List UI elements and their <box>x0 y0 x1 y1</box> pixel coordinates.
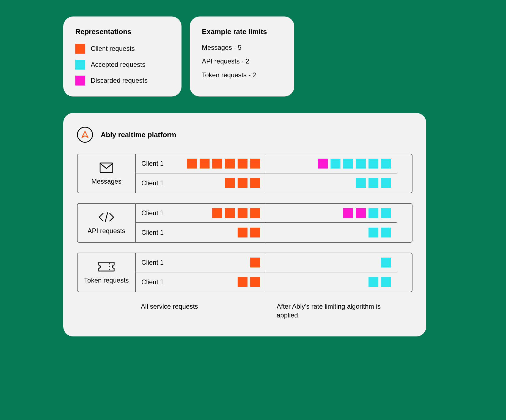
limit-value: 2 <box>252 71 256 79</box>
row-after <box>266 154 397 173</box>
envelope-icon <box>100 162 113 174</box>
limit-value: 5 <box>238 44 241 51</box>
client-label: Client 1 <box>141 209 164 217</box>
request-square <box>212 208 222 218</box>
section-token-requests: Token requestsClient 1Client 1 <box>77 253 413 292</box>
row-after <box>266 204 397 223</box>
squares-before <box>166 208 260 218</box>
platform-card: Ably realtime platform MessagesClient 1C… <box>63 113 426 336</box>
section-label-cell: API requests <box>78 204 136 242</box>
request-square <box>381 159 391 168</box>
request-square <box>381 208 391 218</box>
squares-before <box>166 277 260 287</box>
request-square <box>318 159 328 168</box>
representations-card: Representations Client requestsAccepted … <box>63 16 182 96</box>
request-square <box>225 208 235 218</box>
request-square <box>381 277 391 287</box>
request-square <box>369 178 378 188</box>
legend-swatch <box>75 44 85 54</box>
section-api-requests: API requestsClient 1Client 1 <box>77 203 413 243</box>
request-square <box>356 178 366 188</box>
row-after <box>266 173 397 193</box>
caption-after: After Ably’s rate limiting algorithm is … <box>266 302 396 320</box>
captions-row: All service requests After Ably’s rate l… <box>77 302 413 320</box>
section-name: Messages <box>91 178 121 185</box>
request-square <box>250 178 260 188</box>
limit-label: Token requests <box>202 71 247 79</box>
squares-before <box>166 228 260 237</box>
squares-before <box>166 159 260 168</box>
limit-value: 2 <box>246 57 249 65</box>
request-square <box>369 277 378 287</box>
request-square <box>238 228 248 237</box>
request-square <box>238 178 248 188</box>
client-label: Client 1 <box>141 278 164 286</box>
row-before: Client 1 <box>136 173 266 193</box>
limit-item: Token requests - 2 <box>202 71 282 79</box>
row-before: Client 1 <box>136 154 266 173</box>
squares-after <box>272 228 391 237</box>
legend-item: Accepted requests <box>75 60 169 70</box>
caption-before: All service requests <box>135 302 266 320</box>
legend-item: Discarded requests <box>75 76 169 85</box>
request-square <box>250 277 260 287</box>
request-square <box>381 258 391 267</box>
client-label: Client 1 <box>141 259 164 266</box>
request-square <box>187 159 197 168</box>
squares-after <box>272 159 391 168</box>
legend-item: Client requests <box>75 44 169 54</box>
rate-limits-card: Example rate limits Messages - 5API requ… <box>190 16 294 96</box>
request-square <box>356 208 366 218</box>
row-after <box>266 272 397 292</box>
client-label: Client 1 <box>141 160 164 167</box>
row-before: Client 1 <box>136 272 266 292</box>
request-square <box>225 178 235 188</box>
limit-label: API requests <box>202 57 240 65</box>
section-label-cell: Token requests <box>78 253 136 292</box>
section-label-cell: Messages <box>78 154 136 193</box>
legend-label: Discarded requests <box>91 77 148 84</box>
request-square <box>369 228 378 237</box>
top-cards-row: Representations Client requestsAccepted … <box>63 16 506 96</box>
request-square <box>343 159 353 168</box>
code-icon <box>98 211 115 223</box>
squares-before <box>166 258 260 267</box>
legend-swatch <box>75 60 85 70</box>
request-square <box>250 258 260 267</box>
row-after <box>266 253 397 272</box>
request-square <box>250 208 260 218</box>
request-square <box>250 228 260 237</box>
limit-item: API requests - 2 <box>202 57 282 65</box>
legend-swatch <box>75 76 85 85</box>
request-square <box>381 178 391 188</box>
request-square <box>369 159 378 168</box>
section-name: API requests <box>87 227 125 235</box>
request-square <box>212 159 222 168</box>
squares-after <box>272 258 391 267</box>
platform-title: Ably realtime platform <box>101 131 176 139</box>
limit-label: Messages <box>202 44 232 51</box>
request-square <box>238 277 248 287</box>
request-square <box>238 159 248 168</box>
representations-title: Representations <box>75 27 169 36</box>
legend-label: Accepted requests <box>91 61 145 68</box>
rate-limits-title: Example rate limits <box>202 27 282 36</box>
squares-after <box>272 178 391 188</box>
squares-before <box>166 178 260 188</box>
request-square <box>225 159 235 168</box>
row-before: Client 1 <box>136 253 266 272</box>
squares-after <box>272 208 391 218</box>
request-square <box>369 208 378 218</box>
limit-item: Messages - 5 <box>202 44 282 51</box>
client-label: Client 1 <box>141 179 164 187</box>
legend-label: Client requests <box>91 45 135 52</box>
request-square <box>200 159 210 168</box>
request-square <box>250 159 260 168</box>
row-before: Client 1 <box>136 223 266 242</box>
section-name: Token requests <box>84 277 129 284</box>
client-label: Client 1 <box>141 229 164 236</box>
row-after <box>266 223 397 242</box>
squares-after <box>272 277 391 287</box>
request-square <box>238 208 248 218</box>
request-square <box>343 208 353 218</box>
